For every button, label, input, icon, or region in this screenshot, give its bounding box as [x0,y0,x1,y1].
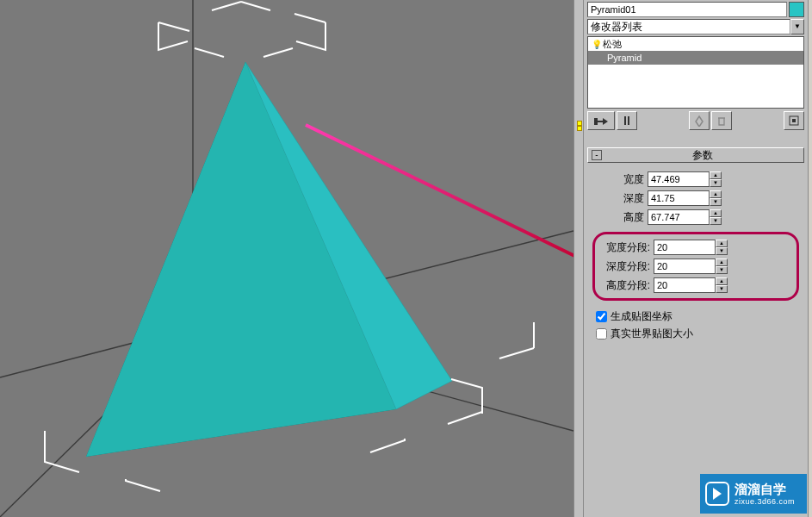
depth-segments-input[interactable] [654,258,716,274]
object-color-swatch[interactable] [789,2,804,17]
watermark-title: 溜溜自学 [735,482,795,497]
minus-icon: - [592,150,602,160]
params-rollout-body: 宽度 ▲ ▼ 深度 ▲ ▼ 高度 [587,166,804,346]
width-input[interactable] [648,171,710,187]
panel-scrollbar[interactable] [808,0,812,517]
generate-mapping-label: 生成贴图坐标 [611,309,673,324]
spinner-down-icon[interactable]: ▼ [710,217,722,225]
generate-mapping-checkbox[interactable] [596,311,607,322]
watermark: 溜溜自学 zixue.3d66.com [700,474,807,514]
height-label: 高度 [592,210,644,225]
modifier-stack[interactable]: 💡 松弛 Pyramid [587,36,804,109]
depth-label: 深度 [592,191,644,206]
spinner-up-icon[interactable]: ▲ [716,240,728,247]
configure-sets-button[interactable] [784,111,804,130]
spinner-up-icon[interactable]: ▲ [716,277,728,285]
height-segments-label: 高度分段: [598,278,650,293]
viewport[interactable]: x y [0,0,573,517]
svg-rect-15 [594,118,598,125]
width-segments-label: 宽度分段: [598,240,650,255]
segments-highlight: 宽度分段: ▲ ▼ 深度分段: ▲ ▼ [592,232,799,301]
modifier-list-dropdown[interactable]: 修改器列表 [587,19,790,34]
svg-rect-19 [792,119,796,122]
spinner-down-icon[interactable]: ▼ [710,198,722,206]
modify-panel: 修改器列表 ▼ 💡 松弛 Pyramid - 参数 [584,0,808,517]
dropdown-arrow-icon[interactable]: ▼ [790,19,804,34]
spinner-up-icon[interactable]: ▲ [710,209,722,217]
remove-modifier-button[interactable] [711,111,732,130]
panel-divider[interactable] [573,0,584,517]
real-world-label: 真实世界贴图大小 [611,327,693,341]
width-segments-input[interactable] [654,240,716,255]
stack-item-relax[interactable]: 💡 松弛 [588,37,803,51]
spinner-down-icon[interactable]: ▼ [716,285,728,293]
params-rollout-header[interactable]: - 参数 [587,147,804,163]
height-segments-input[interactable] [654,277,716,293]
depth-input[interactable] [648,190,710,206]
rollout-title: 参数 [605,148,800,163]
show-end-result-button[interactable] [617,111,637,130]
spinner-up-icon[interactable]: ▲ [716,258,728,266]
stack-toolbar [587,111,804,130]
pin-stack-button[interactable] [587,111,615,130]
width-label: 宽度 [592,172,644,187]
stack-item-label: Pyramid [607,53,642,63]
spinner-down-icon[interactable]: ▼ [716,247,728,255]
real-world-checkbox[interactable] [596,328,607,339]
make-unique-button[interactable] [689,111,710,130]
play-icon [705,482,729,506]
stack-item-pyramid[interactable]: Pyramid [588,51,803,65]
spinner-down-icon[interactable]: ▼ [710,179,722,187]
lightbulb-icon: 💡 [591,40,603,49]
depth-segments-label: 深度分段: [598,259,650,274]
stack-item-label: 松弛 [603,38,622,51]
height-input[interactable] [648,209,710,225]
spinner-up-icon[interactable]: ▲ [710,190,722,198]
spinner-up-icon[interactable]: ▲ [710,171,722,179]
watermark-url: zixue.3d66.com [735,497,795,507]
object-name-input[interactable] [587,2,787,17]
spinner-down-icon[interactable]: ▼ [716,266,728,274]
